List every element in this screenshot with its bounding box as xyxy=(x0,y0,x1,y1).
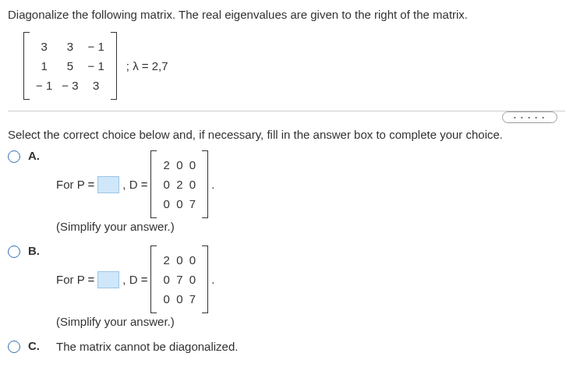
radio-b[interactable] xyxy=(8,245,20,258)
simplify-b: (Simplify your answer.) xyxy=(56,315,565,328)
matrix-cell: − 1 xyxy=(83,37,109,56)
answer-input-b[interactable] xyxy=(97,271,119,288)
choice-b-label: B. xyxy=(28,244,44,257)
choice-a: A. For P = , D = 2 0 0 0 2 0 0 0 7 . (Si… xyxy=(8,149,565,241)
main-matrix: 3 3 − 1 1 5 − 1 − 1 − 3 3 xyxy=(23,32,117,100)
choice-a-label: A. xyxy=(28,149,44,162)
instruction-text: Select the correct choice below and, if … xyxy=(8,128,565,141)
matrix-display: 3 3 − 1 1 5 − 1 − 1 − 3 3 ; λ = 2,7 xyxy=(23,32,565,100)
choice-a-dtext: , D = xyxy=(122,178,147,191)
matrix-cell: 1 xyxy=(31,56,57,76)
choice-c-text: The matrix cannot be diagonalized. xyxy=(56,339,565,353)
choice-c: C. The matrix cannot be diagonalized. xyxy=(8,339,565,353)
matrix-cell: 3 xyxy=(83,76,109,95)
d-matrix-b: 2 0 0 0 7 0 0 0 7 xyxy=(150,245,208,313)
d-matrix-a: 2 0 0 0 2 0 0 0 7 xyxy=(150,150,208,218)
simplify-a: (Simplify your answer.) xyxy=(56,220,565,233)
matrix-cell: 0 2 0 xyxy=(158,175,200,194)
matrix-cell: 0 0 7 xyxy=(158,194,200,214)
radio-c[interactable] xyxy=(8,341,20,353)
matrix-cell: − 1 xyxy=(83,56,109,76)
matrix-cell: 2 0 0 xyxy=(158,155,200,175)
choice-b: B. For P = , D = 2 0 0 0 7 0 0 0 7 . (Si… xyxy=(8,244,565,336)
choice-b-dtext: , D = xyxy=(122,273,147,286)
period: . xyxy=(211,178,214,191)
period: . xyxy=(211,273,214,286)
matrix-cell: 2 0 0 xyxy=(158,250,200,270)
matrix-cell: − 1 xyxy=(31,76,57,95)
more-options-button[interactable]: • • • • • xyxy=(502,111,557,123)
choice-a-prefix: For P = xyxy=(56,178,94,191)
choice-b-prefix: For P = xyxy=(56,273,94,286)
matrix-cell: 0 7 0 xyxy=(158,270,200,289)
eigenvalue-text: ; λ = 2,7 xyxy=(126,59,168,72)
question-text: Diagonalize the following matrix. The re… xyxy=(8,6,565,23)
choice-c-label: C. xyxy=(28,339,44,352)
matrix-cell: 3 xyxy=(57,37,83,56)
matrix-cell: 0 0 7 xyxy=(158,289,200,309)
matrix-cell: 3 xyxy=(31,37,57,56)
radio-a[interactable] xyxy=(8,150,20,163)
matrix-cell: 5 xyxy=(57,56,83,76)
matrix-cell: − 3 xyxy=(57,76,83,95)
answer-input-a[interactable] xyxy=(97,176,119,193)
